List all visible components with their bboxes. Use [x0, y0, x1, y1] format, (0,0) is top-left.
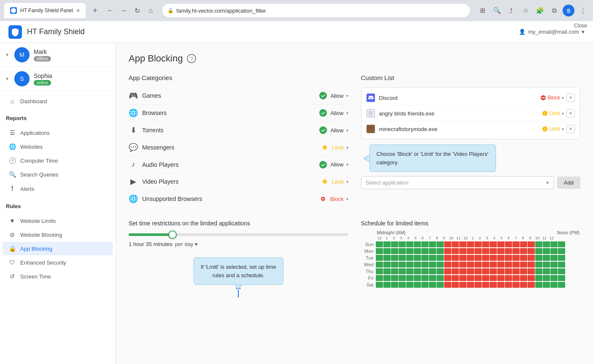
schedule-cell[interactable] — [459, 282, 466, 288]
schedule-cell[interactable] — [444, 262, 451, 268]
schedule-cell[interactable] — [512, 241, 520, 247]
schedule-cell[interactable] — [550, 282, 558, 288]
schedule-cell[interactable] — [444, 275, 451, 281]
schedule-cell[interactable] — [467, 255, 474, 261]
schedule-cell[interactable] — [383, 282, 391, 288]
tab-close-icon[interactable]: × — [76, 7, 80, 14]
schedule-cell[interactable] — [497, 241, 504, 247]
schedule-cell[interactable] — [558, 241, 565, 247]
schedule-cell[interactable] — [391, 248, 398, 254]
item-remove-button[interactable]: × — [566, 125, 575, 133]
schedule-cell[interactable] — [429, 275, 436, 281]
schedule-cell[interactable] — [505, 282, 512, 288]
select-application[interactable]: Select application ▾ — [361, 176, 554, 189]
schedule-cell[interactable] — [482, 268, 489, 274]
schedule-cell[interactable] — [474, 268, 482, 274]
schedule-cell[interactable] — [383, 255, 391, 261]
schedule-cell[interactable] — [550, 248, 558, 254]
schedule-cell[interactable] — [490, 248, 497, 254]
schedule-cell[interactable] — [482, 282, 489, 288]
schedule-cell[interactable] — [467, 241, 474, 247]
bookmark-button[interactable]: ☆ — [520, 5, 531, 16]
schedule-cell[interactable] — [535, 282, 542, 288]
browser-tab[interactable]: HT Family Shield Panel × — [4, 3, 86, 18]
schedule-cell[interactable] — [383, 248, 391, 254]
share-button[interactable]: ⤴ — [505, 5, 517, 16]
schedule-cell[interactable] — [543, 282, 550, 288]
schedule-cell[interactable] — [550, 262, 558, 268]
schedule-cell[interactable] — [505, 262, 512, 268]
schedule-cell[interactable] — [406, 282, 413, 288]
schedule-cell[interactable] — [558, 275, 565, 281]
home-button[interactable]: ⌂ — [145, 5, 156, 16]
sidebar-item-enhanced-security[interactable]: 🛡 Enhanced Security — [3, 256, 113, 269]
schedule-cell[interactable] — [550, 241, 558, 247]
schedule-cell[interactable] — [520, 262, 527, 268]
schedule-cell[interactable] — [444, 255, 451, 261]
schedule-cell[interactable] — [376, 262, 383, 268]
schedule-cell[interactable] — [452, 255, 459, 261]
item-remove-button[interactable]: × — [566, 109, 575, 118]
schedule-cell[interactable] — [391, 262, 398, 268]
schedule-cell[interactable] — [520, 268, 527, 274]
schedule-cell[interactable] — [399, 248, 406, 254]
schedule-cell[interactable] — [391, 275, 398, 281]
reload-button[interactable]: ↻ — [131, 5, 143, 16]
schedule-cell[interactable] — [482, 275, 489, 281]
schedule-cell[interactable] — [429, 255, 436, 261]
schedule-cell[interactable] — [535, 268, 542, 274]
schedule-cell[interactable] — [429, 262, 436, 268]
schedule-cell[interactable] — [505, 248, 512, 254]
user-item-mark[interactable]: ▾ M Mark offline — [0, 43, 116, 67]
schedule-cell[interactable] — [474, 275, 482, 281]
schedule-cell[interactable] — [543, 268, 550, 274]
add-button[interactable]: Add — [557, 177, 580, 189]
schedule-cell[interactable] — [543, 241, 550, 247]
schedule-cell[interactable] — [421, 262, 429, 268]
sidebar-item-applications[interactable]: ☰ Applications — [3, 126, 113, 139]
schedule-cell[interactable] — [414, 262, 421, 268]
schedule-cell[interactable] — [452, 275, 459, 281]
schedule-cell[interactable] — [490, 268, 497, 274]
schedule-cell[interactable] — [558, 255, 565, 261]
status-control[interactable]: Allow ▾ — [319, 126, 348, 134]
schedule-cell[interactable] — [452, 241, 459, 247]
back-button[interactable]: ← — [104, 5, 116, 16]
schedule-cell[interactable] — [497, 275, 504, 281]
schedule-cell[interactable] — [421, 241, 429, 247]
schedule-cell[interactable] — [505, 241, 512, 247]
period-dropdown-icon[interactable]: ▾ — [195, 241, 198, 247]
schedule-cell[interactable] — [421, 275, 429, 281]
schedule-cell[interactable] — [421, 255, 429, 261]
translate-button[interactable]: ⊞ — [477, 5, 488, 16]
schedule-cell[interactable] — [535, 248, 542, 254]
schedule-cell[interactable] — [490, 275, 497, 281]
schedule-cell[interactable] — [512, 275, 520, 281]
schedule-cell[interactable] — [467, 248, 474, 254]
schedule-cell[interactable] — [490, 262, 497, 268]
schedule-cell[interactable] — [406, 262, 413, 268]
schedule-cell[interactable] — [421, 282, 429, 288]
schedule-cell[interactable] — [399, 282, 406, 288]
schedule-cell[interactable] — [444, 282, 451, 288]
schedule-cell[interactable] — [558, 268, 565, 274]
schedule-cell[interactable] — [550, 255, 558, 261]
close-button[interactable]: Close — [572, 21, 589, 30]
status-control[interactable]: ! Limit ▾ — [321, 144, 348, 151]
sidebar-item-app-blocking[interactable]: 🔒 App Blocking — [3, 242, 113, 255]
schedule-cell[interactable] — [406, 268, 413, 274]
schedule-cell[interactable] — [543, 275, 550, 281]
profile-button[interactable]: S — [563, 5, 574, 16]
schedule-cell[interactable] — [520, 275, 527, 281]
address-bar[interactable]: 🔒 family.ht-vector.com/application_filte… — [162, 4, 470, 17]
schedule-cell[interactable] — [512, 262, 520, 268]
schedule-cell[interactable] — [490, 282, 497, 288]
schedule-cell[interactable] — [399, 255, 406, 261]
slider-thumb[interactable] — [168, 230, 177, 239]
schedule-cell[interactable] — [490, 255, 497, 261]
schedule-cell[interactable] — [497, 255, 504, 261]
schedule-cell[interactable] — [528, 282, 535, 288]
status-control[interactable]: Block ▾ — [319, 195, 348, 203]
schedule-cell[interactable] — [474, 262, 482, 268]
menu-button[interactable]: ⋮ — [577, 5, 589, 16]
